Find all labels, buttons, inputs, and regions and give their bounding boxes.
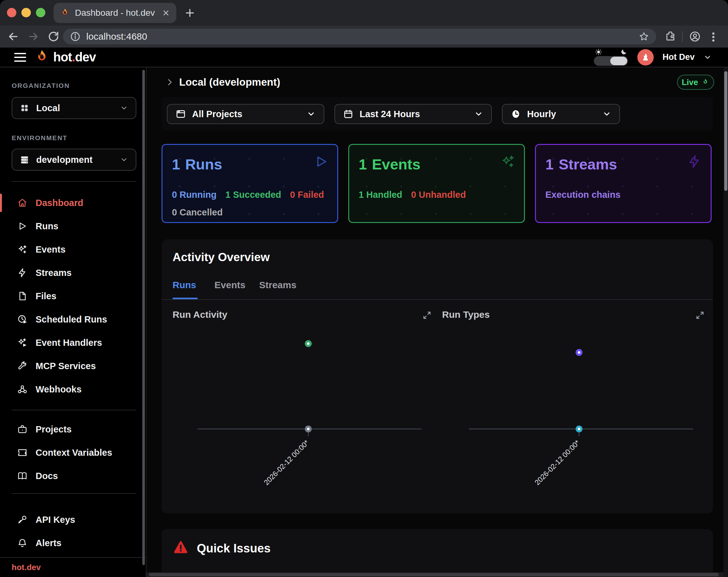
toolbar-divider (682, 31, 683, 42)
sidebar-item-projects[interactable]: Projects (0, 418, 147, 441)
run-activity-data-point[interactable] (305, 340, 312, 347)
grid-icon (20, 103, 29, 113)
book-icon (17, 471, 27, 481)
organization-label: ORGANIZATION (12, 82, 70, 90)
theme-toggle-track[interactable] (594, 56, 628, 66)
sidebar-item-context-variables[interactable]: Context Variables (0, 441, 147, 464)
hamburger-menu-icon[interactable] (14, 50, 26, 64)
user-avatar[interactable] (637, 49, 654, 66)
new-tab-button[interactable] (184, 7, 196, 19)
sidebar-item-dashboard[interactable]: Dashboard (0, 191, 147, 215)
warning-triangle-icon (173, 539, 189, 556)
chevron-down-icon (474, 109, 483, 119)
bell-icon (17, 538, 27, 548)
events-stat-card[interactable]: 1Events 1 Handled 0 Unhandled (348, 144, 525, 223)
stat-failed: 0 Failed (290, 190, 324, 200)
streams-stat-card[interactable]: 1Streams Execution chains (535, 144, 712, 223)
sidebar-item-streams[interactable]: Streams (0, 261, 147, 284)
run-types-chart-title: Run Types (442, 309, 490, 320)
runs-stat-card[interactable]: 1Runs 0 Running 1 Succeeded 0 Failed 0 C… (161, 144, 338, 223)
tab-streams[interactable]: Streams (259, 280, 296, 291)
run-activity-chart-title: Run Activity (173, 309, 227, 320)
tab-events[interactable]: Events (214, 280, 245, 291)
key-icon (17, 515, 27, 525)
quick-issues-panel: Quick Issues (161, 529, 713, 572)
clock-icon (511, 109, 521, 119)
back-icon[interactable] (7, 30, 20, 43)
sidebar-item-docs[interactable]: Docs (0, 464, 147, 487)
quick-issues-title: Quick Issues (197, 542, 270, 555)
run-types-tick (579, 432, 579, 436)
run-types-tick-label: 2026-02-12 00:00* (533, 438, 581, 487)
sidebar-scrollbar[interactable] (142, 70, 145, 565)
url-text[interactable]: localhost:4680 (86, 31, 639, 42)
environment-select[interactable]: development (12, 149, 136, 171)
browser-window: Dashboard - hot.dev localhost:4680 (0, 0, 728, 577)
user-menu[interactable]: Hot Dev (662, 52, 695, 62)
sidebar-item-event-handlers[interactable]: Event Handlers (0, 331, 147, 354)
environment-value: development (36, 155, 120, 165)
play-icon (17, 221, 27, 231)
sidebar-item-runs[interactable]: Runs (0, 215, 147, 238)
sidebar-item-api-keys[interactable]: API Keys (0, 508, 147, 531)
reload-icon[interactable] (47, 30, 60, 43)
page-title: Local (development) (179, 76, 280, 88)
app-logo[interactable]: hot.dev (34, 49, 96, 66)
breadcrumb: Local (development) (165, 76, 280, 88)
browser-menu-icon[interactable] (712, 31, 715, 43)
browser-tab[interactable]: Dashboard - hot.dev (54, 3, 176, 23)
user-menu-chevron-icon[interactable] (703, 53, 712, 61)
macos-minimize-button[interactable] (21, 8, 31, 17)
profile-icon[interactable] (689, 30, 701, 43)
macos-close-button[interactable] (7, 8, 16, 17)
sidebar-item-webhooks[interactable]: Webhooks (0, 378, 147, 401)
footer-brand[interactable]: hot.dev (12, 562, 41, 572)
run-types-axis-marker[interactable] (576, 426, 582, 432)
sidebar-item-alerts[interactable]: Alerts (0, 531, 147, 555)
stat-running: 0 Running (172, 190, 217, 200)
macos-zoom-button[interactable] (36, 8, 45, 17)
extensions-icon[interactable] (665, 30, 676, 43)
theme-toggle[interactable] (594, 49, 628, 66)
sidebar-item-mcp-services[interactable]: MCP Services (0, 354, 147, 378)
file-icon (17, 291, 27, 301)
window-icon (176, 109, 186, 119)
home-icon (17, 198, 27, 208)
stat-unhandled: 0 Unhandled (411, 190, 466, 200)
organization-select[interactable]: Local (12, 97, 136, 119)
chevron-down-icon (602, 109, 611, 119)
sidebar-item-events[interactable]: Events (0, 238, 147, 261)
forward-icon[interactable] (27, 30, 40, 43)
sidebar-divider (12, 493, 136, 494)
bolt-icon (17, 268, 27, 278)
sparkles-icon (17, 244, 27, 254)
tab-title: Dashboard - hot.dev (75, 8, 162, 18)
sidebar-item-files[interactable]: Files (0, 284, 147, 308)
vertical-scrollbar[interactable] (724, 68, 728, 577)
horizontal-scrollbar[interactable] (147, 572, 728, 577)
run-activity-axis-marker[interactable] (305, 426, 312, 432)
bookmark-star-icon[interactable] (639, 31, 649, 42)
briefcase-icon (17, 424, 27, 434)
tab-runs[interactable]: Runs (173, 280, 196, 291)
chevron-right-icon[interactable] (165, 78, 174, 86)
runs-card-title: 1Runs (172, 156, 328, 173)
expand-icon[interactable] (422, 310, 432, 320)
organization-value: Local (36, 103, 120, 114)
stat-cancelled: 0 Cancelled (172, 207, 223, 218)
granularity-filter-dropdown[interactable]: Hourly (502, 104, 620, 124)
clock-play-icon (17, 314, 27, 324)
chevron-down-icon (120, 104, 128, 112)
time-range-filter-dropdown[interactable]: Last 24 Hours (334, 104, 492, 124)
theme-toggle-knob[interactable] (610, 57, 627, 65)
sidebar: ORGANIZATION Local ENVIRONMENT developme… (0, 68, 147, 577)
tab-close-icon[interactable] (162, 9, 170, 17)
site-info-icon[interactable] (70, 31, 81, 42)
projects-filter-dropdown[interactable]: All Projects (167, 104, 324, 124)
address-bar[interactable]: localhost:4680 (63, 29, 656, 44)
run-types-data-point[interactable] (576, 349, 582, 356)
sidebar-item-scheduled-runs[interactable]: Scheduled Runs (0, 308, 147, 331)
chevron-down-icon (120, 156, 128, 164)
bolt-icon (687, 154, 702, 169)
expand-icon[interactable] (695, 310, 705, 320)
